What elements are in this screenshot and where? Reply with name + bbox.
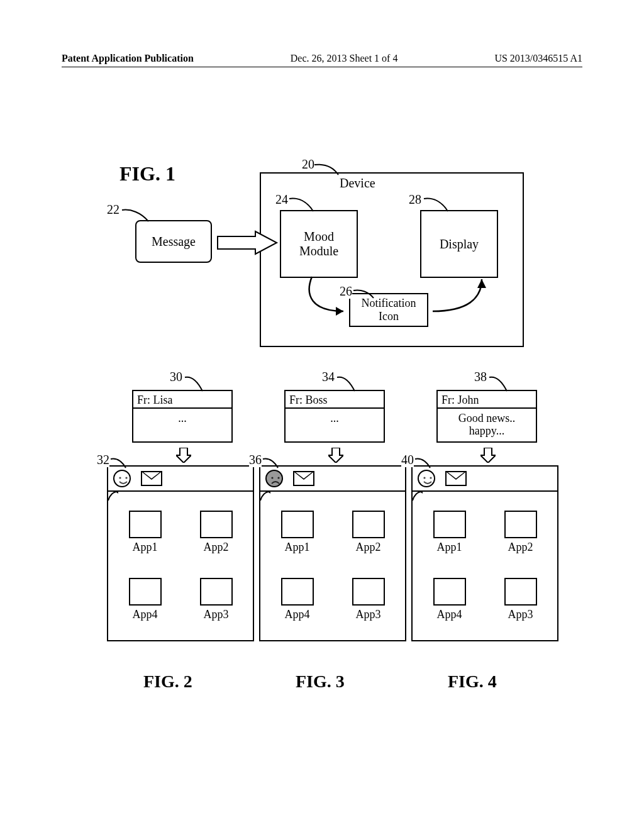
display-box: Display [420,210,498,278]
fig2-device-screen: App1 App2 App4 App3 [107,465,254,641]
app-icon: App4 [122,578,168,640]
app-grid: App1 App2 App4 App3 [260,504,405,640]
app-icon: App4 [426,578,472,640]
svg-point-5 [125,477,127,479]
app-label: App3 [204,608,229,621]
page: Patent Application Publication Dec. 26, … [0,0,644,830]
app-label: App1 [133,541,158,553]
ref-36: 36 [249,453,262,467]
down-arrow-icon [480,448,496,463]
mood-module-text: Mood Module [299,230,338,258]
display-text: Display [440,237,479,252]
svg-point-12 [423,477,425,479]
header-rule [62,67,582,67]
app-icon: App2 [193,511,239,573]
envelope-icon [445,471,467,486]
header-pubno: US 2013/0346515 A1 [494,53,582,64]
app-label: App4 [133,608,158,621]
app-icon: App3 [497,578,543,640]
figure-4-title: FIG. 4 [448,672,497,692]
device-label: Device [340,176,375,191]
fig4-message-from: Fr: John [438,391,536,409]
svg-point-8 [271,477,273,479]
fig2-message-from: Fr: Lisa [133,391,231,409]
message-box: Message [135,220,212,263]
app-icon: App1 [274,511,320,573]
fig3-device-screen: App1 App2 App4 App3 [259,465,406,641]
fig2-message-body: ... [133,409,231,429]
app-label: App4 [285,608,310,621]
fig4-column: Fr: John Good news.. happy... App1 App2 … [411,365,562,654]
app-grid: App1 App2 App4 App3 [108,504,253,640]
app-icon: App4 [274,578,320,640]
ref-34: 34 [322,370,335,384]
app-icon: App3 [345,578,391,640]
fig3-message-from: Fr: Boss [286,391,384,409]
app-icon: App1 [426,511,472,573]
fig4-message-body: Good news.. happy... [438,409,536,441]
happy-face-icon [113,470,131,487]
down-arrow-icon [176,448,191,463]
header-center: Dec. 26, 2013 Sheet 1 of 4 [291,53,398,64]
notification-pointer-icon [259,490,270,502]
figure-2-title: FIG. 2 [143,672,192,692]
fig2-column: Fr: Lisa ... App1 App2 App4 App3 [107,365,258,654]
notification-icon-box: Notification Icon [349,293,428,327]
svg-point-13 [430,477,431,479]
app-grid: App1 App2 App4 App3 [413,504,557,640]
svg-point-4 [119,477,121,479]
ref-24: 24 [275,192,288,207]
ref-28: 28 [409,192,421,207]
ref-30: 30 [170,370,182,384]
figure-1-title: FIG. 1 [119,162,175,185]
svg-marker-7 [328,448,343,463]
notification-pointer-icon [411,490,423,502]
app-label: App1 [437,541,462,553]
fig2-message-card: Fr: Lisa ... [132,390,233,443]
status-bar [108,467,253,492]
app-label: App3 [508,608,533,621]
app-label: App4 [437,608,462,621]
app-label: App1 [285,541,310,553]
ref-32: 32 [97,453,109,467]
notification-pointer-icon [107,490,118,502]
fig3-message-body: ... [286,409,384,429]
fig3-column: Fr: Boss ... App1 App2 App4 App3 [259,365,410,654]
svg-point-9 [277,477,279,479]
header-title: Patent Application Publication [62,53,194,64]
ref-22: 22 [107,202,119,217]
figure-3-title: FIG. 3 [296,672,345,692]
svg-marker-11 [480,448,496,463]
page-header: Patent Application Publication Dec. 26, … [62,53,582,64]
app-icon: App2 [345,511,391,573]
app-icon: App1 [122,511,168,573]
envelope-icon [141,471,162,486]
fig4-message-card: Fr: John Good news.. happy... [436,390,537,443]
notification-icon-text: Notification Icon [362,297,416,323]
sad-face-icon [265,470,283,487]
app-label: App2 [508,541,533,553]
fig4-device-screen: App1 App2 App4 App3 [411,465,558,641]
ref-38: 38 [474,370,487,384]
app-icon: App3 [193,578,239,640]
happy-face-icon [418,470,435,487]
app-label: App3 [356,608,381,621]
mood-module-box: Mood Module [280,210,358,278]
app-label: App2 [204,541,229,553]
app-icon: App2 [497,511,543,573]
envelope-icon [293,471,314,486]
ref-26: 26 [340,284,352,299]
status-bar [413,467,557,492]
fig3-message-card: Fr: Boss ... [284,390,385,443]
app-label: App2 [356,541,381,553]
down-arrow-icon [328,448,343,463]
ref-40: 40 [401,453,414,467]
svg-marker-3 [176,448,191,463]
status-bar [260,467,405,492]
ref-20: 20 [302,157,314,172]
message-text: Message [152,235,196,249]
